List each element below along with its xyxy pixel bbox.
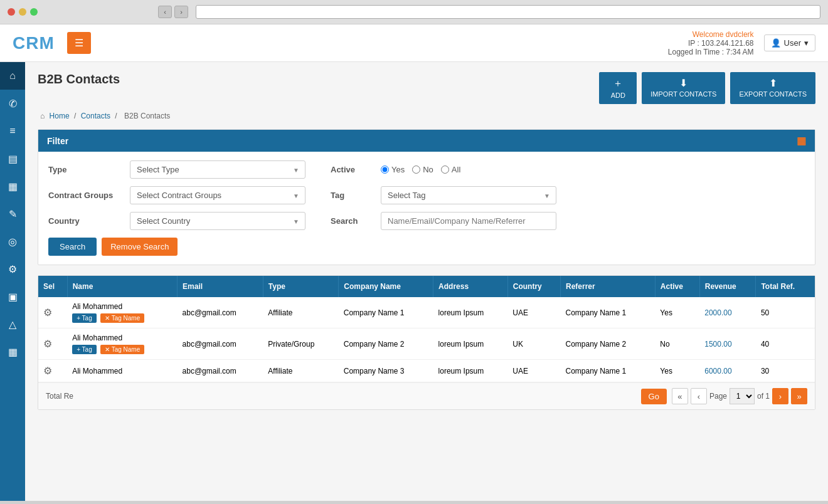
close-btn[interactable] <box>8 8 15 16</box>
row1-address: loreum Ipsum <box>433 297 508 328</box>
row2-name: Ali Mohammed + Tag ✕ Tag Name <box>67 328 177 360</box>
table-footer: Total Re Go « ‹ Page 1 of 1 › » <box>38 382 815 409</box>
last-page-btn[interactable]: » <box>791 388 807 404</box>
col-address: Address <box>433 276 508 297</box>
first-page-btn[interactable]: « <box>672 388 688 404</box>
of-text: of 1 <box>757 392 770 401</box>
forward-btn[interactable]: › <box>174 6 188 18</box>
table-row: ⚙ Ali Mohammed abc@gmail.com Affiliate C… <box>38 360 815 382</box>
country-select[interactable]: Select Country <box>130 212 305 230</box>
settings-icon: ⚙ <box>8 263 17 275</box>
filter-right-search: Search <box>331 212 556 230</box>
crm-logo: CRM <box>13 33 55 53</box>
contacts-table: Sel Name Email Type Company Name Address… <box>38 276 815 382</box>
nav-right: Welcome dvdclerk IP : 103.244.121.68 Log… <box>668 30 815 56</box>
sidebar-item-grid[interactable]: ▦ <box>0 172 25 200</box>
sidebar-item-phone[interactable]: ✆ <box>0 90 25 117</box>
box-icon: ▣ <box>8 291 18 303</box>
home-icon: ⌂ <box>9 70 16 81</box>
plus-icon: ＋ <box>613 77 623 90</box>
contract-select[interactable]: Select Contract Groups <box>130 186 305 204</box>
row2-gear-button[interactable]: ⚙ <box>43 338 52 350</box>
row2-revenue-link[interactable]: 1500.00 <box>704 340 731 349</box>
radio-no[interactable]: No <box>412 165 433 174</box>
col-email: Email <box>178 276 263 297</box>
sidebar-item-list[interactable]: ≡ <box>0 117 25 145</box>
row2-country: UK <box>507 328 560 360</box>
sidebar-item-wrench[interactable]: ✎ <box>0 200 25 228</box>
row2-tag-name[interactable]: ✕ Tag Name <box>100 345 144 354</box>
filter-body: Type Select Type Active Yes <box>38 152 815 265</box>
col-active: Active <box>655 276 699 297</box>
row1-tag-name[interactable]: ✕ Tag Name <box>100 313 144 323</box>
minimize-btn[interactable] <box>19 8 26 16</box>
row3-gear-button[interactable]: ⚙ <box>43 365 52 377</box>
filter-right-active: Active Yes No All <box>331 165 460 174</box>
row1-active: Yes <box>655 297 699 328</box>
type-select-wrapper: Select Type <box>130 160 305 179</box>
export-button[interactable]: ⬆ EXPORT CONTACTS <box>730 72 815 104</box>
window-nav: ‹ › <box>158 6 188 18</box>
filter-grid-icon[interactable]: ▦ <box>797 135 806 147</box>
go-button[interactable]: Go <box>641 389 667 404</box>
search-button[interactable]: Search <box>48 238 97 256</box>
row3-country: UAE <box>507 360 560 382</box>
search-label: Search <box>331 216 381 226</box>
country-label: Country <box>48 216 130 226</box>
breadcrumb-contacts[interactable]: Contacts <box>81 112 110 120</box>
pagination: « ‹ Page 1 of 1 › » <box>672 388 807 404</box>
row1-country: UAE <box>507 297 560 328</box>
row1-revenue-link[interactable]: 2000.00 <box>704 308 731 317</box>
phone-icon: ✆ <box>9 98 17 110</box>
row3-revenue-link[interactable]: 6000.00 <box>704 367 731 375</box>
breadcrumb-home[interactable]: Home <box>50 112 70 120</box>
user-info: Welcome dvdclerk IP : 103.244.121.68 Log… <box>668 30 754 56</box>
page-select[interactable]: 1 <box>730 388 755 404</box>
sidebar-item-image[interactable]: ▦ <box>0 338 25 365</box>
sidebar-item-box[interactable]: ▣ <box>0 283 25 310</box>
row3-referrer: Company Name 1 <box>561 360 656 382</box>
window-chrome: ‹ › <box>0 0 828 24</box>
radio-yes[interactable]: Yes <box>381 165 405 174</box>
sidebar-item-settings[interactable]: ⚙ <box>0 255 25 283</box>
search-input[interactable] <box>381 212 556 230</box>
type-select[interactable]: Select Type <box>130 160 305 179</box>
type-label: Type <box>48 165 130 174</box>
filter-row-contract: Contract Groups Select Contract Groups T… <box>48 186 805 204</box>
row1-gear-button[interactable]: ⚙ <box>43 307 52 318</box>
row1-type: Affiliate <box>263 297 338 328</box>
row1-name: Ali Mohammed + Tag ✕ Tag Name <box>67 297 177 328</box>
hamburger-button[interactable]: ☰ <box>67 32 91 54</box>
filter-right-tag: Tag Select Tag <box>331 186 556 204</box>
row3-active: Yes <box>655 360 699 382</box>
row2-email: abc@gmail.com <box>178 328 263 360</box>
row3-email: abc@gmail.com <box>178 360 263 382</box>
top-navbar: CRM ☰ Welcome dvdclerk IP : 103.244.121.… <box>0 24 828 62</box>
address-bar[interactable] <box>196 5 820 19</box>
add-button[interactable]: ＋ ADD <box>599 72 637 104</box>
sidebar-item-circle[interactable]: ◎ <box>0 228 25 255</box>
remove-search-button[interactable]: Remove Search <box>102 238 178 256</box>
row1-total-ref: 50 <box>756 297 815 328</box>
sidebar-item-triangle[interactable]: △ <box>0 310 25 338</box>
back-btn[interactable]: ‹ <box>158 6 172 18</box>
user-label: User <box>784 38 801 48</box>
row2-tag-add[interactable]: + Tag <box>72 345 97 354</box>
breadcrumb-sep2: / <box>115 112 119 120</box>
user-button[interactable]: 👤 User ▾ <box>764 34 815 51</box>
image-icon: ▦ <box>8 346 18 358</box>
content: B2B Contacts ＋ ADD ⬇ IMPORT CONTACTS ⬆ E… <box>25 62 828 501</box>
next-page-btn[interactable]: › <box>772 388 788 404</box>
tag-select[interactable]: Select Tag <box>381 186 556 204</box>
radio-all[interactable]: All <box>441 165 460 174</box>
tag-select-wrapper: Select Tag <box>381 186 556 204</box>
sidebar-item-home[interactable]: ⌂ <box>0 62 25 90</box>
sidebar-item-chart[interactable]: ▤ <box>0 145 25 172</box>
row1-tag-add[interactable]: + Tag <box>72 313 97 323</box>
filter-row-type: Type Select Type Active Yes <box>48 160 805 179</box>
row3-total-ref: 30 <box>756 360 815 382</box>
import-button[interactable]: ⬇ IMPORT CONTACTS <box>642 72 725 104</box>
prev-page-btn[interactable]: ‹ <box>691 388 707 404</box>
maximize-btn[interactable] <box>30 8 38 16</box>
filter-title: Filter <box>47 136 68 146</box>
